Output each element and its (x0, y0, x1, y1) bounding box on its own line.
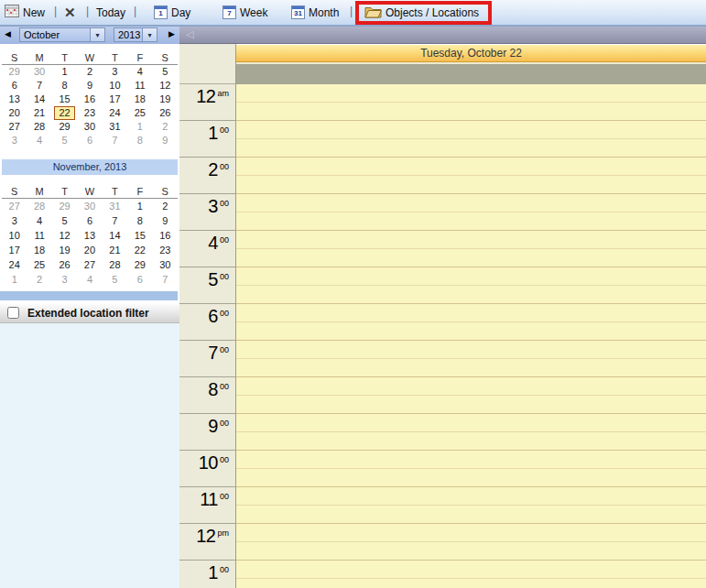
mini-calendar-day[interactable]: 12 (153, 79, 178, 93)
day-grid-slot[interactable] (236, 194, 706, 212)
mini-calendar-day[interactable]: 13 (2, 93, 27, 106)
mini-calendar-day[interactable]: 8 (52, 79, 77, 93)
all-day-events-row[interactable] (236, 64, 706, 84)
mini-calendar-day[interactable]: 18 (127, 93, 152, 106)
mini-calendar-day[interactable]: 5 (103, 272, 127, 287)
mini-calendar-day[interactable]: 5 (52, 213, 77, 228)
day-grid-slot[interactable] (236, 103, 706, 121)
day-grid-slot[interactable] (236, 286, 706, 304)
mini-calendar-day[interactable]: 1 (2, 272, 27, 287)
mini-calendar-day[interactable]: 19 (52, 243, 77, 257)
day-grid-slot[interactable] (236, 432, 706, 451)
mini-calendar-day[interactable]: 23 (77, 106, 102, 120)
mini-calendar-day[interactable]: 13 (77, 228, 102, 243)
mini-calendar-day[interactable]: 4 (127, 65, 152, 79)
day-grid-slot[interactable] (236, 451, 706, 469)
next-month-icon[interactable]: ▶ (168, 29, 175, 38)
mini-calendar-day[interactable]: 11 (27, 228, 51, 243)
mini-calendar-day[interactable]: 19 (153, 93, 178, 106)
mini-calendar-day[interactable]: 7 (103, 213, 127, 228)
day-grid-slot[interactable] (236, 524, 706, 542)
day-grid-slot[interactable] (236, 158, 706, 176)
mini-calendar-day[interactable]: 27 (77, 257, 102, 272)
mini-calendar-day[interactable]: 15 (52, 93, 77, 106)
mini-calendar-day[interactable]: 8 (127, 213, 152, 228)
extended-location-filter-checkbox[interactable] (7, 307, 19, 319)
mini-calendar-day[interactable]: 24 (2, 257, 27, 272)
month-dropdown[interactable]: October ▾ (19, 27, 105, 42)
mini-calendar-selected-day[interactable]: 22 (54, 106, 75, 120)
mini-calendar-day[interactable]: 30 (77, 199, 102, 213)
mini-calendar-day[interactable]: 23 (153, 243, 178, 257)
mini-calendar-day[interactable]: 27 (2, 199, 27, 213)
mini-calendar-day[interactable]: 6 (2, 79, 27, 93)
mini-calendar-day[interactable]: 1 (127, 199, 152, 213)
mini-calendar-day[interactable]: 16 (77, 93, 102, 106)
mini-calendar-day[interactable]: 29 (2, 65, 27, 79)
mini-calendar-day[interactable]: 20 (77, 243, 102, 257)
mini-calendar-day[interactable]: 17 (2, 243, 27, 257)
mini-calendar-day[interactable]: 26 (52, 257, 77, 272)
week-view-button[interactable]: 7 Week (223, 0, 267, 25)
prev-month-icon[interactable]: ◀ (5, 29, 11, 38)
day-grid-slot[interactable] (236, 139, 706, 158)
mini-calendar-day[interactable]: 3 (2, 134, 27, 147)
mini-calendar-day[interactable]: 29 (127, 257, 152, 272)
day-grid-slot[interactable] (236, 176, 706, 194)
mini-calendar-day[interactable]: 2 (153, 199, 178, 213)
day-view-button[interactable]: 1 Day (154, 0, 190, 25)
delete-button[interactable]: ✕ (64, 0, 76, 25)
day-grid-slot[interactable] (236, 304, 706, 322)
day-grid-slot[interactable] (236, 84, 706, 103)
day-grid-slot[interactable] (236, 322, 706, 341)
mini-calendar-day[interactable]: 7 (103, 134, 127, 147)
mini-calendar-day[interactable]: 26 (153, 106, 178, 120)
mini-calendar-day[interactable]: 10 (2, 228, 27, 243)
mini-calendar-day[interactable]: 25 (27, 257, 51, 272)
month-view-button[interactable]: 31 Month (291, 0, 339, 25)
day-grid-slot[interactable] (236, 414, 706, 432)
day-grid-slot[interactable] (236, 249, 706, 267)
mini-calendar-day[interactable]: 14 (27, 93, 51, 106)
day-grid-slot[interactable] (236, 212, 706, 231)
mini-calendar-day[interactable]: 5 (153, 65, 178, 79)
day-grid-slot[interactable] (236, 231, 706, 249)
mini-calendar-day[interactable]: 21 (103, 243, 127, 257)
mini-calendar-day[interactable]: 22 (127, 243, 152, 257)
day-grid-slot[interactable] (236, 561, 706, 579)
new-button[interactable]: New (5, 0, 45, 25)
collapse-sidebar-icon[interactable]: ◁ (186, 29, 193, 39)
day-grid-slot[interactable] (236, 487, 706, 506)
day-grid-slot[interactable] (236, 377, 706, 396)
mini-calendar-day[interactable]: 2 (77, 65, 102, 79)
mini-calendar-day[interactable]: 4 (77, 272, 102, 287)
mini-calendar-day[interactable]: 31 (103, 199, 127, 213)
mini-calendar-day[interactable]: 27 (2, 120, 27, 134)
mini-calendar-day[interactable]: 9 (153, 134, 178, 147)
mini-calendar-day[interactable]: 28 (27, 199, 51, 213)
mini-calendar-day[interactable]: 30 (77, 120, 102, 134)
day-grid-slot[interactable] (236, 341, 706, 359)
mini-calendar-day[interactable]: 3 (2, 213, 27, 228)
day-grid-slot[interactable] (236, 359, 706, 377)
mini-calendar-day[interactable]: 25 (127, 106, 152, 120)
mini-calendar-day[interactable]: 6 (77, 213, 102, 228)
mini-calendar-day[interactable]: 30 (27, 65, 51, 79)
mini-calendar-day[interactable]: 29 (52, 120, 77, 134)
mini-calendar-day[interactable]: 14 (103, 228, 127, 243)
year-dropdown[interactable]: 2013 ▾ (114, 27, 157, 42)
mini-calendar-day[interactable]: 2 (153, 120, 178, 134)
mini-calendar-day[interactable]: 1 (52, 65, 77, 79)
mini-calendar-day[interactable]: 2 (27, 272, 51, 287)
mini-calendar-day[interactable]: 3 (52, 272, 77, 287)
mini-calendar-day[interactable]: 6 (77, 134, 102, 147)
mini-calendar-day[interactable]: 31 (103, 120, 127, 134)
day-grid-slot[interactable] (236, 579, 706, 588)
mini-calendar-day[interactable]: 11 (127, 79, 152, 93)
mini-calendar-day[interactable]: 10 (103, 79, 127, 93)
mini-calendar-day[interactable]: 4 (27, 213, 51, 228)
mini-calendar-day[interactable]: 15 (127, 228, 152, 243)
mini-calendar-day[interactable]: 3 (103, 65, 127, 79)
mini-calendar-day[interactable]: 18 (27, 243, 51, 257)
day-grid-slot[interactable] (236, 121, 706, 139)
